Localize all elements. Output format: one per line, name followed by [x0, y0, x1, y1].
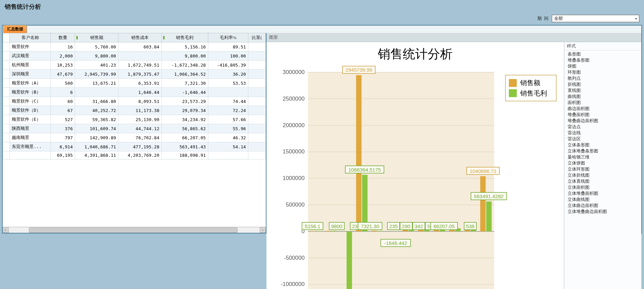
svg-text:342: 342 — [415, 223, 423, 229]
table-row[interactable]: 顺景软件（B）61,646.44-1,646.44 — [3, 88, 266, 97]
table-row[interactable]: 顺景软件（E）52759,365.8225,130.9034,234.9257.… — [3, 115, 266, 124]
cell-customer: 杭州顺景 — [10, 61, 51, 70]
style-item[interactable]: 曲线图 — [564, 94, 641, 100]
style-item[interactable]: 立体条形图 — [564, 142, 641, 148]
svg-text:-1000000: -1000000 — [281, 281, 305, 287]
cell-customer: 陕西顺景 — [10, 124, 51, 133]
style-item[interactable]: 堆叠条形图 — [564, 57, 641, 63]
row-handle[interactable] — [3, 79, 10, 88]
chart-bar — [371, 231, 377, 231]
cell-profit: 66,207.05 — [162, 133, 208, 142]
tab-summary[interactable]: 汇总数据 — [3, 25, 27, 33]
chart-bar — [424, 230, 430, 231]
total-qty: 69,195 — [51, 151, 75, 159]
column-header[interactable]: 销售额 — [75, 33, 118, 42]
column-header[interactable]: 数量 — [51, 33, 75, 42]
column-header[interactable]: 毛利率% — [208, 33, 248, 42]
table-row[interactable]: 顺景软件（A）50013,675.216,353.917,321.3053.53 — [3, 79, 266, 88]
style-item[interactable]: 雷达点 — [564, 124, 641, 130]
cell-profit: 9,800.00 — [162, 51, 208, 61]
scroll-thumb[interactable] — [29, 227, 238, 233]
cell-customer: 顺景软件（A） — [10, 79, 51, 88]
style-item[interactable]: 立体曲边面积图 — [564, 203, 641, 209]
style-item[interactable]: 饼图 — [564, 63, 641, 69]
main-frame: 汇总数据 客户名称数量销售额销售成本销售毛利毛利率%比重( 顺景软件165,76… — [2, 25, 642, 233]
cell-weight — [248, 97, 265, 106]
svg-text:1040686.71: 1040686.71 — [470, 168, 497, 174]
chart-bar — [316, 231, 321, 231]
style-item[interactable]: 立体堆叠条形图 — [564, 148, 641, 154]
row-handle[interactable] — [3, 124, 10, 133]
cell-weight — [248, 133, 265, 142]
row-handle[interactable] — [3, 133, 10, 142]
row-handle[interactable] — [3, 106, 10, 115]
style-item[interactable]: 曲边面积图 — [564, 106, 641, 112]
row-handle[interactable] — [3, 97, 10, 106]
style-item[interactable]: 雷达区 — [564, 136, 641, 142]
cell-profit: 1,066,364.52 — [162, 70, 208, 79]
cell-sales: 101,609.74 — [75, 124, 118, 133]
style-item[interactable]: 立体折线图 — [564, 172, 641, 178]
svg-text:500000: 500000 — [286, 202, 305, 208]
style-item[interactable]: 折线图 — [564, 81, 641, 87]
style-item[interactable]: 立体饼图 — [564, 160, 641, 166]
style-item[interactable]: 立体曲线图 — [564, 196, 641, 203]
table-row[interactable]: 陕西顺景376101,609.7444,744.1256,865.6255.96 — [3, 124, 266, 133]
style-item[interactable]: 立体堆叠曲边面积图 — [564, 209, 641, 215]
horizontal-scrollbar[interactable]: ‹ › — [3, 227, 266, 233]
style-item[interactable]: 面积图 — [564, 100, 641, 106]
row-handle[interactable] — [3, 115, 10, 124]
chart-bar — [356, 75, 361, 231]
row-handle[interactable] — [3, 142, 10, 151]
column-header[interactable]: 客户名称 — [10, 33, 51, 42]
style-item[interactable]: 环形图 — [564, 69, 641, 75]
row-handle[interactable] — [3, 42, 10, 51]
svg-text:290: 290 — [402, 223, 410, 229]
cell-margin: 54.14 — [208, 142, 248, 151]
table-row[interactable]: 越南顺景797142,909.8976,702.8466,207.0546.32 — [3, 133, 266, 142]
style-item[interactable]: 立体面积图 — [564, 184, 641, 190]
table-row[interactable]: 顺景软件（C）6031,666.808,093.5123,573.2974.44 — [3, 97, 266, 106]
cell-cost: 8,093.51 — [118, 97, 162, 106]
table-row[interactable]: 杭州顺景10,253401.231,672,749.51-1,672,348.2… — [3, 61, 266, 70]
cell-customer: 深圳顺景 — [10, 70, 51, 79]
table-row[interactable]: 东莞市顺景...6,9141,040,686.71477,195.28563,4… — [3, 142, 266, 151]
table-row[interactable]: 顺景软件165,760.00603.845,156.1689.51 — [3, 42, 266, 51]
cell-sales: 1,040,686.71 — [75, 142, 118, 151]
style-item[interactable]: 堆叠曲边面积图 — [564, 118, 641, 124]
cell-margin: 100.00 — [208, 51, 248, 61]
row-handle[interactable] — [3, 51, 10, 61]
period-select[interactable]: 全部 — [552, 15, 639, 22]
cell-margin: 89.51 — [208, 42, 248, 51]
table-row[interactable]: 顺景软件（D）6740,252.7211,173.3829,079.3472.2… — [3, 106, 266, 115]
cell-cost: 11,173.38 — [118, 106, 162, 115]
svg-text:9800: 9800 — [331, 223, 343, 229]
style-item[interactable]: 立体堆叠面积图 — [564, 190, 641, 196]
style-item[interactable]: 堆叠面积图 — [564, 112, 641, 118]
row-handle[interactable] — [3, 88, 10, 97]
table-row[interactable]: 深圳顺景47,6792,945,739.991,879,375.471,066,… — [3, 70, 266, 79]
style-item[interactable]: 立体直线图 — [564, 178, 641, 184]
scroll-left-icon[interactable]: ‹ — [3, 227, 9, 233]
tab-strip: 汇总数据 — [3, 26, 641, 33]
cell-qty: 797 — [51, 133, 75, 142]
style-item[interactable]: 曼哈顿三维 — [564, 154, 641, 160]
svg-text:7321.30: 7321.30 — [361, 223, 380, 229]
row-handle[interactable] — [3, 70, 10, 79]
svg-rect-1 — [509, 79, 516, 87]
cell-cost: 1,672,749.51 — [118, 61, 162, 70]
style-item[interactable]: 雷达线 — [564, 130, 641, 136]
cell-profit: 56,865.62 — [162, 124, 208, 133]
style-item[interactable]: 条形图 — [564, 51, 641, 57]
column-header[interactable]: 比重( — [248, 33, 265, 42]
cell-cost: 76,702.84 — [118, 133, 162, 142]
style-item[interactable]: 散列点 — [564, 75, 641, 81]
row-handle[interactable] — [3, 61, 10, 70]
column-header[interactable]: 销售成本 — [118, 33, 162, 42]
scroll-right-icon[interactable]: › — [260, 227, 266, 233]
column-header[interactable]: 销售毛利 — [162, 33, 208, 42]
style-item[interactable]: 立体环形图 — [564, 166, 641, 172]
cell-sales: 401.23 — [75, 61, 118, 70]
table-row[interactable]: 武汉顺景2,0009,800.009,800.00100.00 — [3, 51, 266, 61]
style-item[interactable]: 直线图 — [564, 87, 641, 94]
